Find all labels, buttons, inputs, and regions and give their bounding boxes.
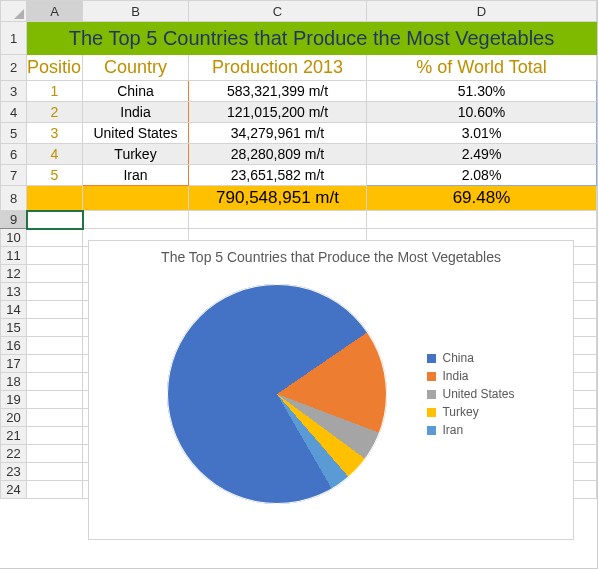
row-2[interactable]: 2 [1, 55, 27, 81]
cell-C5[interactable]: 34,279,961 m/t [189, 123, 367, 144]
cell-D6[interactable]: 2.49% [367, 144, 597, 165]
pie-chart[interactable]: The Top 5 Countries that Produce the Mos… [88, 240, 574, 540]
cell-C9[interactable] [189, 211, 367, 229]
cell-B9[interactable] [83, 211, 189, 229]
col-A[interactable]: A [27, 1, 83, 22]
row-13[interactable]: 13 [1, 283, 27, 301]
select-all-corner[interactable] [1, 1, 27, 22]
cell-B8[interactable] [83, 186, 189, 211]
legend-item: United States [427, 387, 514, 401]
cell-A10[interactable] [27, 229, 83, 247]
cell-D3[interactable]: 51.30% [367, 81, 597, 102]
row-20[interactable]: 20 [1, 409, 27, 427]
row-7[interactable]: 7 [1, 165, 27, 186]
row-12[interactable]: 12 [1, 265, 27, 283]
row-19[interactable]: 19 [1, 391, 27, 409]
cell-A9[interactable] [27, 211, 83, 229]
chart-title: The Top 5 Countries that Produce the Mos… [89, 241, 573, 269]
legend-swatch [427, 408, 436, 417]
header-position[interactable]: Position [27, 55, 83, 81]
legend-swatch [427, 372, 436, 381]
title-cell[interactable]: The Top 5 Countries that Produce the Mos… [27, 22, 597, 55]
row-4[interactable]: 4 [1, 102, 27, 123]
cell-B5[interactable]: United States [83, 123, 189, 144]
cell-C7[interactable]: 23,651,582 m/t [189, 165, 367, 186]
row-21[interactable]: 21 [1, 427, 27, 445]
legend-item: India [427, 369, 514, 383]
cell-C8[interactable]: 790,548,951 m/t [189, 186, 367, 211]
header-percent[interactable]: % of World Total [367, 55, 597, 81]
legend-label: India [442, 369, 468, 383]
header-country[interactable]: Country [83, 55, 189, 81]
legend-item: Iran [427, 423, 514, 437]
row-16[interactable]: 16 [1, 337, 27, 355]
cell-D7[interactable]: 2.08% [367, 165, 597, 186]
header-production[interactable]: Production 2013 [189, 55, 367, 81]
row-14[interactable]: 14 [1, 301, 27, 319]
cell-B7[interactable]: Iran [83, 165, 189, 186]
spreadsheet: A B C D 1 The Top 5 Countries that Produ… [0, 0, 598, 569]
row-5[interactable]: 5 [1, 123, 27, 144]
cell-C4[interactable]: 121,015,200 m/t [189, 102, 367, 123]
row-17[interactable]: 17 [1, 355, 27, 373]
cell-A5[interactable]: 3 [27, 123, 83, 144]
cell-A4[interactable]: 2 [27, 102, 83, 123]
row-15[interactable]: 15 [1, 319, 27, 337]
row-9[interactable]: 9 [1, 211, 27, 229]
col-C[interactable]: C [189, 1, 367, 22]
cell-C3[interactable]: 583,321,399 m/t [189, 81, 367, 102]
row-3[interactable]: 3 [1, 81, 27, 102]
legend-label: Turkey [442, 405, 478, 419]
row-23[interactable]: 23 [1, 463, 27, 481]
cell-D9[interactable] [367, 211, 597, 229]
cell-A6[interactable]: 4 [27, 144, 83, 165]
legend-label: United States [442, 387, 514, 401]
cell-B4[interactable]: India [83, 102, 189, 123]
legend-swatch [427, 426, 436, 435]
row-18[interactable]: 18 [1, 373, 27, 391]
legend-item: China [427, 351, 514, 365]
legend-item: Turkey [427, 405, 514, 419]
cell-B3[interactable]: China [83, 81, 189, 102]
pie-graphic [167, 284, 387, 504]
cell-B6[interactable]: Turkey [83, 144, 189, 165]
legend-label: Iran [442, 423, 463, 437]
chart-legend: ChinaIndiaUnited StatesTurkeyIran [427, 347, 514, 441]
row-1[interactable]: 1 [1, 22, 27, 55]
cell-D4[interactable]: 10.60% [367, 102, 597, 123]
legend-label: China [442, 351, 473, 365]
cell-A7[interactable]: 5 [27, 165, 83, 186]
cell-D8[interactable]: 69.48% [367, 186, 597, 211]
legend-swatch [427, 354, 436, 363]
row-22[interactable]: 22 [1, 445, 27, 463]
row-8[interactable]: 8 [1, 186, 27, 211]
col-B[interactable]: B [83, 1, 189, 22]
cell-C6[interactable]: 28,280,809 m/t [189, 144, 367, 165]
cell-A8[interactable] [27, 186, 83, 211]
row-6[interactable]: 6 [1, 144, 27, 165]
cell-A3[interactable]: 1 [27, 81, 83, 102]
col-D[interactable]: D [367, 1, 597, 22]
col-header-row: A B C D [1, 1, 597, 22]
row-24[interactable]: 24 [1, 481, 27, 499]
row-11[interactable]: 11 [1, 247, 27, 265]
cell-D5[interactable]: 3.01% [367, 123, 597, 144]
legend-swatch [427, 390, 436, 399]
row-10[interactable]: 10 [1, 229, 27, 247]
chart-body: ChinaIndiaUnited StatesTurkeyIran [89, 269, 573, 519]
